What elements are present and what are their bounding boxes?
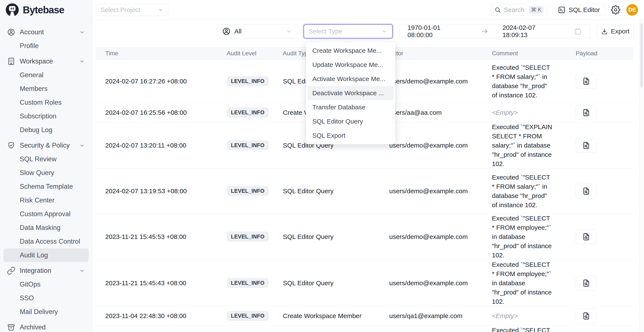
- cell-actor: users/qa1@example.com: [380, 312, 483, 320]
- sidebar-item-profile[interactable]: Profile: [4, 39, 89, 53]
- sidebar-item-sso[interactable]: SSO: [4, 291, 89, 305]
- sidebar-section-workspace[interactable]: Workspace: [4, 54, 89, 68]
- column-header-payload: Payload: [566, 50, 624, 57]
- file-search-icon: [582, 279, 591, 288]
- cell-audit-level: LEVEL_INFO: [218, 278, 274, 288]
- cell-time: 2024-02-07 16:25:56 +08:00: [96, 109, 218, 116]
- date-range-picker[interactable]: 1970-01-01 08:00:00 2024-02-07 18:09:13: [399, 24, 590, 38]
- cell-comment: Executed `"EXPLAIN SELECT * FROM salary;…: [483, 122, 566, 168]
- project-select[interactable]: Select Project: [96, 4, 168, 16]
- vertical-scrollbar[interactable]: [639, 20, 644, 332]
- sidebar-item-data-masking[interactable]: Data Masking: [4, 221, 89, 235]
- sidebar-section-account[interactable]: Account: [4, 25, 89, 39]
- type-menu-option-activate-workspace-me[interactable]: Activate Workspace Me...: [308, 72, 394, 86]
- type-menu-option-update-workspace-me[interactable]: Update Workspace Me...: [308, 58, 394, 72]
- sidebar-nav: AccountProfileWorkspaceGeneralMembersCus…: [0, 20, 92, 332]
- cell-time: 2024-02-07 13:20:11 +08:00: [96, 142, 218, 149]
- export-label: Export: [611, 28, 630, 35]
- sidebar-item-label: Custom Roles: [20, 99, 62, 106]
- calendar-icon: [574, 27, 582, 35]
- comment-empty-value: <Empty>: [492, 312, 518, 319]
- type-menu-option-deactivate-workspace[interactable]: Deactivate Workspace ...: [308, 86, 394, 100]
- sidebar-item-slow-query[interactable]: Slow Query: [4, 166, 89, 180]
- sidebar-item-custom-roles[interactable]: Custom Roles: [4, 96, 89, 109]
- payload-view-button[interactable]: [576, 74, 597, 89]
- sql-editor-button[interactable]: SQL Editor: [553, 4, 605, 16]
- audit-level-badge: LEVEL_INFO: [226, 232, 269, 242]
- sidebar-item-data-access-control[interactable]: Data Access Control: [4, 235, 89, 248]
- arrow-right-icon: [481, 27, 489, 35]
- search-input[interactable]: Search ⌘ K: [491, 4, 547, 16]
- payload-view-button[interactable]: [576, 184, 597, 198]
- type-menu-option-create-workspace-me[interactable]: Create Workspace Me...: [308, 43, 394, 58]
- sidebar-section-integration[interactable]: Integration: [4, 264, 89, 278]
- sidebar-item-label: Schema Template: [20, 183, 73, 190]
- column-header-actor: Actor: [380, 50, 483, 57]
- cell-payload: [566, 276, 624, 290]
- payload-view-button[interactable]: [576, 309, 597, 323]
- chevron-down-icon: [158, 7, 164, 13]
- cell-actor: users/demo@example.com: [380, 78, 483, 85]
- sidebar-item-general[interactable]: General: [4, 68, 89, 82]
- payload-view-button[interactable]: [576, 276, 597, 290]
- bytebase-logo[interactable]: Bytebase: [0, 0, 92, 20]
- scrollbar-thumb[interactable]: [640, 23, 643, 87]
- sidebar-item-mail-delivery[interactable]: Mail Delivery: [4, 305, 89, 319]
- type-menu-option-sql-editor-query[interactable]: SQL Editor Query: [308, 114, 394, 129]
- sidebar-item-risk-center[interactable]: Risk Center: [4, 193, 89, 207]
- user-avatar[interactable]: DE: [626, 4, 638, 16]
- date-to-value[interactable]: 2024-02-07 18:09:13: [502, 24, 562, 39]
- audit-log-row: 2023-11-04 22:48:30 +08:00LEVEL_INFOCrea…: [96, 306, 634, 326]
- sidebar-item-sql-review[interactable]: SQL Review: [4, 152, 89, 166]
- type-menu-option-transfer-database[interactable]: Transfer Database: [308, 100, 394, 114]
- payload-view-button[interactable]: [576, 229, 597, 244]
- cell-time: 2023-11-04 22:48:30 +08:00: [96, 312, 218, 320]
- sidebar-item-label: Mail Delivery: [20, 308, 58, 316]
- payload-view-button[interactable]: [576, 105, 597, 120]
- cell-comment: Executed `"SELECT * FROM salary;"` in da…: [483, 63, 566, 100]
- sidebar-item-label: Subscription: [20, 112, 56, 120]
- date-from-value[interactable]: 1970-01-01 08:00:00: [408, 24, 467, 39]
- cell-time: 2023-11-21 15:45:43 +08:00: [96, 280, 218, 287]
- type-filter-select[interactable]: Select Type: [304, 24, 393, 38]
- sidebar-item-audit-log[interactable]: Audit Log: [4, 248, 89, 262]
- audit-level-badge: LEVEL_INFO: [226, 311, 269, 321]
- cell-audit-level: LEVEL_INFO: [218, 232, 274, 242]
- sidebar-item-schema-template[interactable]: Schema Template: [4, 180, 89, 193]
- actor-filter-value: All: [234, 28, 242, 35]
- cell-payload: [566, 184, 624, 198]
- sidebar-section-archived[interactable]: Archived: [4, 321, 89, 332]
- type-menu-option-sql-export[interactable]: SQL Export: [308, 129, 394, 143]
- chevron-down-icon: [381, 28, 388, 34]
- cell-payload: [566, 309, 624, 323]
- file-search-icon: [582, 141, 591, 150]
- type-dropdown-menu: Create Workspace Me...Update Workspace M…: [306, 42, 395, 144]
- sidebar-item-custom-approval[interactable]: Custom Approval: [4, 207, 89, 221]
- export-button[interactable]: Export: [597, 24, 634, 38]
- sidebar-item-label: GitOps: [20, 281, 40, 288]
- terminal-icon: [558, 6, 566, 14]
- payload-view-button[interactable]: [576, 138, 597, 153]
- user-circle-icon: [7, 28, 16, 36]
- actor-filter-select[interactable]: All: [217, 24, 297, 38]
- sidebar-item-subscription[interactable]: Subscription: [4, 109, 89, 123]
- sidebar-item-label: Slow Query: [20, 169, 54, 177]
- sidebar-section-label: Archived: [20, 324, 46, 331]
- column-header-time: Time: [96, 50, 218, 57]
- sidebar-section-security-policy[interactable]: Security & Policy: [4, 139, 89, 152]
- sidebar-item-label: SQL Review: [20, 155, 56, 163]
- audit-level-badge: LEVEL_INFO: [226, 107, 269, 118]
- cell-comment: Executed `"SELECT * FROM salary;"` in da…: [483, 173, 566, 209]
- brand-name: Bytebase: [23, 4, 64, 16]
- column-header-comment: Comment: [483, 50, 566, 57]
- chevron-down-icon: [79, 142, 85, 149]
- settings-gear-icon[interactable]: [611, 5, 620, 14]
- sidebar-item-debug-log[interactable]: Debug Log: [4, 123, 89, 137]
- sidebar-item-members[interactable]: Members: [4, 82, 89, 96]
- sidebar-item-gitops[interactable]: GitOps: [4, 278, 89, 291]
- sidebar-item-label: Audit Log: [20, 251, 48, 259]
- cell-comment: <Empty>: [483, 311, 566, 321]
- cell-audit-type: SQL Editor Query: [274, 187, 380, 195]
- file-search-icon: [582, 312, 591, 321]
- comment-empty-value: <Empty>: [492, 109, 518, 116]
